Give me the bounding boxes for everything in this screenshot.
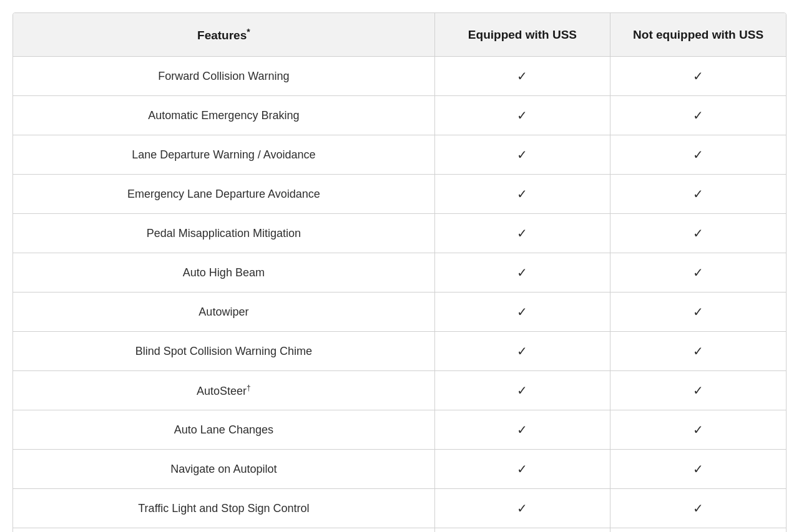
- check-icon: ✓: [693, 501, 703, 515]
- table-row: Park Assist✓Coming soon: [13, 528, 786, 532]
- check-icon: ✓: [517, 384, 527, 397]
- check-icon: ✓: [693, 148, 703, 162]
- check-icon: ✓: [693, 344, 703, 358]
- features-column-header: Features*: [13, 13, 434, 57]
- feature-name-cell: Forward Collision Warning: [13, 57, 434, 96]
- feature-name-cell: Traffic Light and Stop Sign Control: [13, 489, 434, 528]
- not-equipped-cell: ✓: [610, 293, 786, 332]
- equipped-cell: ✓: [434, 293, 610, 332]
- equipped-uss-column-header: Equipped with USS: [434, 13, 610, 57]
- equipped-cell: ✓: [434, 135, 610, 175]
- check-icon: ✓: [517, 226, 527, 240]
- table-row: AutoSteer†✓✓: [13, 371, 786, 410]
- check-icon: ✓: [693, 423, 703, 437]
- check-icon: ✓: [517, 187, 527, 201]
- check-icon: ✓: [517, 462, 527, 476]
- table-row: Automatic Emergency Braking✓✓: [13, 96, 786, 135]
- not-equipped-cell: ✓: [610, 96, 786, 135]
- table-row: Autowiper✓✓: [13, 293, 786, 332]
- table-row: Pedal Misapplication Mitigation✓✓: [13, 214, 786, 253]
- check-icon: ✓: [517, 109, 527, 122]
- check-icon: ✓: [693, 462, 703, 476]
- feature-name-cell: Autowiper: [13, 293, 434, 332]
- check-icon: ✓: [693, 69, 703, 83]
- equipped-cell: ✓: [434, 528, 610, 532]
- not-equipped-cell: ✓: [610, 371, 786, 410]
- table-row: Traffic Light and Stop Sign Control✓✓: [13, 489, 786, 528]
- feature-name-cell: Park Assist: [13, 528, 434, 532]
- check-icon: ✓: [693, 187, 703, 201]
- equipped-cell: ✓: [434, 332, 610, 371]
- check-icon: ✓: [517, 344, 527, 358]
- table-header-row: Features* Equipped with USS Not equipped…: [13, 13, 786, 57]
- equipped-cell: ✓: [434, 489, 610, 528]
- table-row: Auto High Beam✓✓: [13, 253, 786, 293]
- table-row: Navigate on Autopilot✓✓: [13, 450, 786, 489]
- not-equipped-cell: ✓: [610, 57, 786, 96]
- not-equipped-cell: ✓: [610, 214, 786, 253]
- check-icon: ✓: [517, 148, 527, 162]
- check-icon: ✓: [517, 423, 527, 437]
- equipped-cell: ✓: [434, 410, 610, 450]
- check-icon: ✓: [693, 305, 703, 319]
- features-asterisk: *: [247, 27, 250, 37]
- not-equipped-cell: ✓: [610, 175, 786, 214]
- equipped-cell: ✓: [434, 96, 610, 135]
- table-row: Auto Lane Changes✓✓: [13, 410, 786, 450]
- feature-name-cell: Lane Departure Warning / Avoidance: [13, 135, 434, 175]
- features-table: Features* Equipped with USS Not equipped…: [13, 13, 786, 532]
- check-icon: ✓: [517, 305, 527, 319]
- check-icon: ✓: [693, 226, 703, 240]
- feature-name-cell: Emergency Lane Departure Avoidance: [13, 175, 434, 214]
- check-icon: ✓: [693, 384, 703, 397]
- feature-name-cell: Auto Lane Changes: [13, 410, 434, 450]
- equipped-cell: ✓: [434, 57, 610, 96]
- table-body: Forward Collision Warning✓✓Automatic Eme…: [13, 57, 786, 532]
- feature-name-cell: Blind Spot Collision Warning Chime: [13, 332, 434, 371]
- equipped-cell: ✓: [434, 253, 610, 293]
- check-icon: ✓: [693, 109, 703, 122]
- check-icon: ✓: [517, 266, 527, 279]
- not-equipped-uss-column-header: Not equipped with USS: [610, 13, 786, 57]
- feature-name-cell: Pedal Misapplication Mitigation: [13, 214, 434, 253]
- not-equipped-cell: Coming soon: [610, 528, 786, 532]
- feature-name-cell: AutoSteer†: [13, 371, 434, 410]
- equipped-cell: ✓: [434, 371, 610, 410]
- not-equipped-cell: ✓: [610, 450, 786, 489]
- table-row: Emergency Lane Departure Avoidance✓✓: [13, 175, 786, 214]
- check-icon: ✓: [517, 501, 527, 515]
- not-equipped-cell: ✓: [610, 253, 786, 293]
- equipped-cell: ✓: [434, 450, 610, 489]
- feature-name-cell: Automatic Emergency Braking: [13, 96, 434, 135]
- table-row: Forward Collision Warning✓✓: [13, 57, 786, 96]
- not-equipped-cell: ✓: [610, 332, 786, 371]
- features-label: Features: [197, 29, 247, 42]
- feature-superscript: †: [247, 384, 251, 392]
- check-icon: ✓: [517, 69, 527, 83]
- not-equipped-cell: ✓: [610, 135, 786, 175]
- not-equipped-cell: ✓: [610, 489, 786, 528]
- feature-name-cell: Auto High Beam: [13, 253, 434, 293]
- equipped-cell: ✓: [434, 214, 610, 253]
- check-icon: ✓: [693, 266, 703, 279]
- equipped-cell: ✓: [434, 175, 610, 214]
- feature-name-cell: Navigate on Autopilot: [13, 450, 434, 489]
- features-table-wrapper: Features* Equipped with USS Not equipped…: [12, 12, 787, 532]
- table-row: Lane Departure Warning / Avoidance✓✓: [13, 135, 786, 175]
- table-row: Blind Spot Collision Warning Chime✓✓: [13, 332, 786, 371]
- not-equipped-cell: ✓: [610, 410, 786, 450]
